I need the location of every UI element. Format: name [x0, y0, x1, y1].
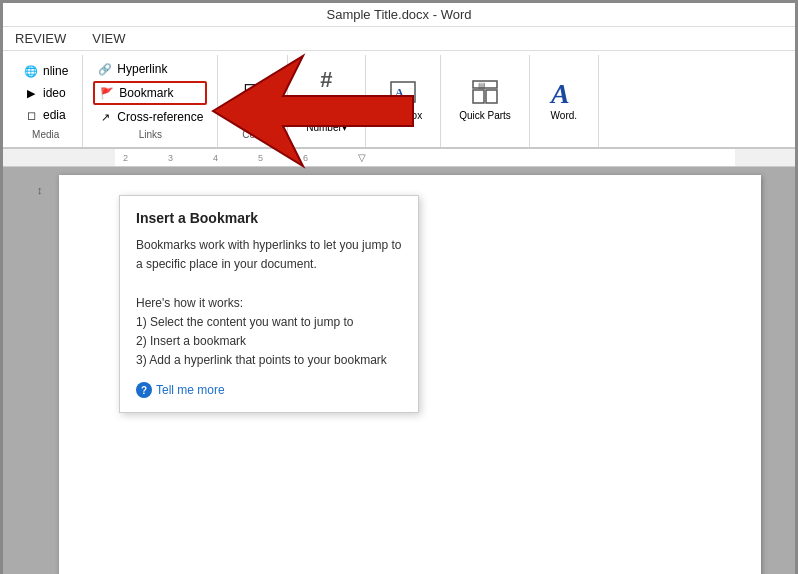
hash-icon: # — [310, 64, 342, 96]
media-items: 🌐 nline ▶ ideo ◻ edia — [19, 59, 72, 127]
quickparts-label: Quick Parts — [459, 110, 511, 122]
textbox-icon: A — [387, 76, 419, 108]
quick-parts-button[interactable]: ▤ Quick Parts — [451, 72, 519, 126]
quickparts-icon: ▤ — [469, 76, 501, 108]
svg-text:▤: ▤ — [478, 81, 486, 90]
menu-review[interactable]: REVIEW — [11, 29, 70, 48]
ruler: 2 3 4 5 6 ▽ — [3, 149, 795, 167]
svg-rect-4 — [486, 90, 497, 103]
ruler-triangle: ▽ — [358, 152, 366, 163]
crossref-label: Cross-reference — [117, 110, 203, 124]
hyperlink-icon: 🔗 — [97, 61, 113, 77]
textbox-label: Text Box — [384, 110, 422, 122]
text-box-button[interactable]: A Text Box — [376, 72, 430, 126]
title-text: Sample Title.docx - Word — [327, 7, 472, 22]
content-items: ▭ Header — [228, 59, 277, 127]
globe-icon: 🌐 — [23, 63, 39, 79]
media-video-label: ideo — [43, 86, 66, 100]
hyperlink-button[interactable]: 🔗 Hyperlink — [93, 59, 207, 79]
wordart-items: A Word. — [540, 59, 588, 138]
bookmark-icon: 🚩 — [99, 85, 115, 101]
tooltip-link-text: Tell me more — [156, 383, 225, 397]
tooltip-para2: Here's how it works: — [136, 294, 402, 313]
media-group-label: Media — [32, 129, 59, 143]
header-button[interactable]: ▭ Header — [228, 66, 277, 120]
content-group-label: Co... — [242, 129, 263, 143]
margin-right — [765, 167, 795, 574]
ruler-num-4: 4 — [213, 153, 218, 163]
media-icon: ◻ — [23, 107, 39, 123]
margin-left: ↕ — [3, 167, 55, 574]
ruler-num-2: 2 — [123, 153, 128, 163]
wordart-label: Word. — [551, 110, 578, 122]
video-icon: ▶ — [23, 85, 39, 101]
help-icon: ? — [136, 382, 152, 398]
document-page: Insert a Bookmark Bookmarks work with hy… — [59, 175, 761, 574]
tooltip-step2: 2) Insert a bookmark — [136, 332, 402, 351]
header-label: Header — [236, 104, 269, 116]
ribbon-group-content: ▭ Header Co... — [218, 55, 288, 147]
tooltip-step1: 1) Select the content you want to jump t… — [136, 313, 402, 332]
header-icon: ▭ — [237, 70, 269, 102]
crossref-button[interactable]: ↗ Cross-reference — [93, 107, 207, 127]
wordart-icon: A — [548, 76, 580, 108]
menu-bar: REVIEW VIEW — [3, 27, 795, 51]
pagenumber-label: oterPageNumber▾ — [306, 98, 347, 134]
ruler-num-6: 6 — [303, 153, 308, 163]
textbox-items: A Text Box — [376, 59, 430, 138]
ribbon-group-textbox: A Text Box — [366, 55, 441, 147]
pagenumber-items: # oterPageNumber▾ — [298, 59, 355, 138]
tooltip-link[interactable]: ? Tell me more — [136, 382, 402, 398]
ruler-num-3: 3 — [168, 153, 173, 163]
media-other-label: edia — [43, 108, 66, 122]
word-art-button[interactable]: A Word. — [540, 72, 588, 126]
svg-rect-3 — [473, 90, 484, 103]
page-number: ↕ — [35, 177, 55, 199]
tooltip-popup: Insert a Bookmark Bookmarks work with hy… — [119, 195, 419, 413]
ruler-inner: 2 3 4 5 6 ▽ — [115, 149, 735, 166]
tooltip-step3: 3) Add a hyperlink that points to your b… — [136, 351, 402, 370]
menu-view[interactable]: VIEW — [88, 29, 129, 48]
svg-text:A: A — [549, 78, 570, 107]
ribbon-group-wordart: A Word. — [530, 55, 599, 147]
hyperlink-label: Hyperlink — [117, 62, 167, 76]
tooltip-title: Insert a Bookmark — [136, 210, 402, 226]
quickparts-items: ▤ Quick Parts — [451, 59, 519, 138]
links-group-label: Links — [139, 129, 162, 143]
page-number-button[interactable]: # oterPageNumber▾ — [298, 60, 355, 138]
ribbon: 🌐 nline ▶ ideo ◻ edia Media 🔗 Hyperlin — [3, 51, 795, 149]
media-video[interactable]: ▶ ideo — [19, 83, 72, 103]
bookmark-label: Bookmark — [119, 86, 173, 100]
ribbon-group-links: 🔗 Hyperlink 🚩 Bookmark ↗ Cross-reference… — [83, 55, 218, 147]
svg-text:A: A — [395, 86, 404, 100]
media-online[interactable]: 🌐 nline — [19, 61, 72, 81]
tooltip-para1: Bookmarks work with hyperlinks to let yo… — [136, 236, 402, 274]
ribbon-group-media: 🌐 nline ▶ ideo ◻ edia Media — [9, 55, 83, 147]
document-area: ↕ Insert a Bookmark Bookmarks work with … — [3, 167, 795, 574]
main-container: Sample Title.docx - Word REVIEW VIEW 🌐 n… — [0, 0, 798, 574]
media-other[interactable]: ◻ edia — [19, 105, 72, 125]
media-online-label: nline — [43, 64, 68, 78]
ribbon-group-quickparts: ▤ Quick Parts — [441, 55, 530, 147]
tooltip-body: Bookmarks work with hyperlinks to let yo… — [136, 236, 402, 370]
ribbon-group-pagenumber: # oterPageNumber▾ — [288, 55, 366, 147]
crossref-icon: ↗ — [97, 109, 113, 125]
ruler-num-5: 5 — [258, 153, 263, 163]
links-items: 🔗 Hyperlink 🚩 Bookmark ↗ Cross-reference — [93, 59, 207, 127]
title-bar: Sample Title.docx - Word — [3, 3, 795, 27]
svg-text:↕: ↕ — [37, 184, 43, 196]
bookmark-button[interactable]: 🚩 Bookmark — [93, 81, 207, 105]
